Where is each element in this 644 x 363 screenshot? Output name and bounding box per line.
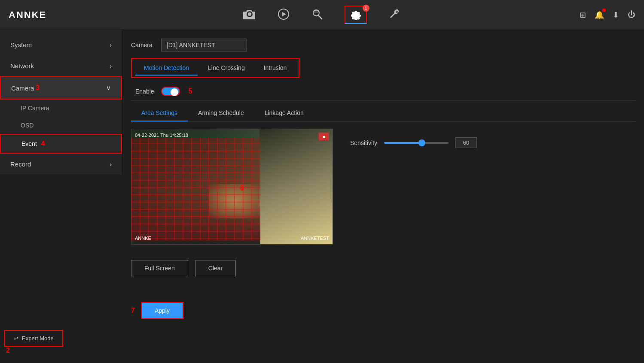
enable-label: Enable bbox=[135, 88, 154, 95]
sidebar-sub-event[interactable]: Event 4 bbox=[0, 134, 122, 154]
full-screen-button[interactable]: Full Screen bbox=[131, 260, 188, 276]
svg-line-3 bbox=[318, 15, 322, 19]
sensitivity-slider[interactable] bbox=[384, 142, 449, 144]
nav-search[interactable] bbox=[311, 9, 323, 21]
camera-bg-right bbox=[259, 129, 333, 245]
settings-badge: 1 bbox=[363, 5, 369, 12]
sensitivity-section: Sensitivity 60 bbox=[350, 129, 477, 148]
enable-toggle[interactable] bbox=[161, 87, 180, 96]
camera-select[interactable]: [D1] ANNKETEST bbox=[161, 39, 247, 51]
tab-line-crossing[interactable]: Line Crossing bbox=[199, 61, 253, 76]
grid-icon[interactable]: ⊞ bbox=[580, 10, 586, 20]
sensitivity-value: 60 bbox=[455, 137, 477, 148]
nav-tools[interactable] bbox=[388, 9, 400, 21]
enable-row: Enable 5 bbox=[131, 82, 635, 101]
sidebar-sub-osd[interactable]: OSD bbox=[0, 117, 122, 134]
expert-mode-area: ⇌ Expert Mode 2 bbox=[4, 330, 63, 354]
clear-button[interactable]: Clear bbox=[195, 260, 236, 276]
svg-marker-1 bbox=[282, 12, 286, 16]
tab-intrusion[interactable]: Intrusion bbox=[255, 61, 296, 76]
nav-settings[interactable]: 1 bbox=[345, 6, 367, 24]
bell-icon[interactable]: 🔔 bbox=[595, 10, 604, 20]
apply-num: 7 bbox=[131, 307, 135, 315]
detection-tabs-container: Motion Detection Line Crossing Intrusion bbox=[131, 58, 299, 78]
preview-label-annketest: ANNKETEST bbox=[301, 236, 329, 241]
preview-timestamp: 04-22-2021 Thu 14:25:18 bbox=[135, 133, 188, 138]
enable-num: 5 bbox=[189, 88, 192, 95]
sidebar-item-system[interactable]: System › bbox=[0, 34, 122, 55]
grid-number: 6 bbox=[240, 185, 244, 192]
sub-tab-area-settings[interactable]: Area Settings bbox=[131, 105, 188, 121]
nav-playback[interactable] bbox=[278, 9, 290, 21]
camera-row: Camera [D1] ANNKETEST bbox=[131, 39, 635, 51]
top-nav: ANNKE 1 ⊞ 🔔 ⬇ ⏻ bbox=[0, 0, 644, 30]
apply-button[interactable]: Apply bbox=[141, 302, 183, 319]
sidebar: System › Network › Camera 3 ∨ IP Camera … bbox=[0, 30, 122, 175]
content-area: Camera [D1] ANNKETEST Motion Detection L… bbox=[122, 30, 644, 363]
action-buttons: Full Screen Clear bbox=[131, 260, 333, 276]
nav-camera[interactable] bbox=[243, 9, 256, 21]
sub-tabs: Area Settings Arming Schedule Linkage Ac… bbox=[131, 105, 635, 122]
apply-area: 7 Apply bbox=[131, 302, 635, 319]
nav-right: ⊞ 🔔 ⬇ ⏻ bbox=[580, 10, 635, 20]
expert-mode-button[interactable]: ⇌ Expert Mode bbox=[4, 330, 63, 347]
sub-tab-arming-schedule[interactable]: Arming Schedule bbox=[188, 105, 254, 121]
sidebar-wrapper: System › Network › Camera 3 ∨ IP Camera … bbox=[0, 30, 122, 363]
sidebar-item-camera[interactable]: Camera 3 ∨ bbox=[0, 76, 122, 100]
power-icon[interactable]: ⏻ bbox=[628, 10, 635, 19]
mini-recording-icon: ■ bbox=[319, 133, 329, 140]
sidebar-sub-ip-camera[interactable]: IP Camera bbox=[0, 100, 122, 117]
download-icon[interactable]: ⬇ bbox=[613, 10, 619, 20]
sidebar-item-record[interactable]: Record › bbox=[0, 154, 122, 175]
preview-section: 04-22-2021 Thu 14:25:18 ■ 6 ANNKETEST AN… bbox=[131, 129, 635, 276]
tab-motion-detection[interactable]: Motion Detection bbox=[135, 61, 198, 76]
camera-preview: 04-22-2021 Thu 14:25:18 ■ 6 ANNKETEST AN… bbox=[131, 129, 333, 245]
sensitivity-label: Sensitivity bbox=[350, 139, 377, 146]
toggle-knob bbox=[171, 88, 178, 96]
logo: ANNKE bbox=[9, 9, 46, 21]
nav-icons: 1 bbox=[64, 6, 580, 24]
camera-label: Camera bbox=[131, 42, 153, 48]
preview-label-annke: ANNKE bbox=[135, 236, 151, 241]
sensitivity-row: Sensitivity 60 bbox=[350, 137, 477, 148]
main-layout: System › Network › Camera 3 ∨ IP Camera … bbox=[0, 30, 644, 363]
sub-tab-linkage-action[interactable]: Linkage Action bbox=[254, 105, 314, 121]
sidebar-item-network[interactable]: Network › bbox=[0, 55, 122, 76]
